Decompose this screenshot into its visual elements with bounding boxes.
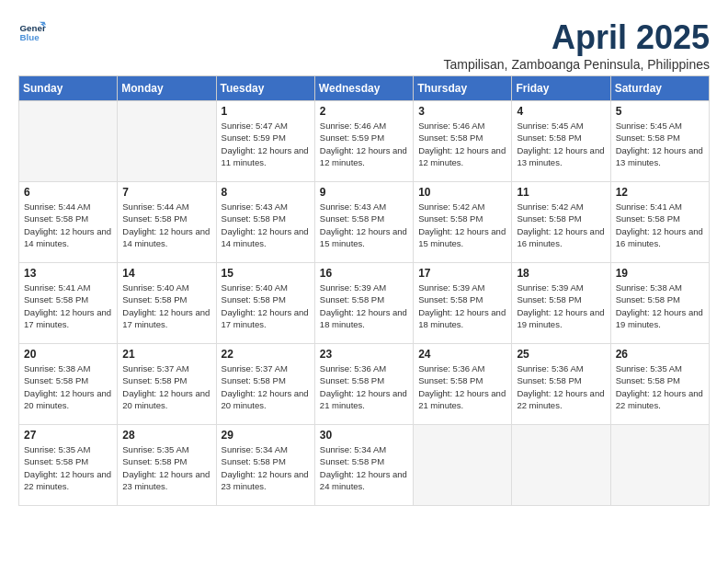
calendar-cell: 13Sunrise: 5:41 AM Sunset: 5:58 PM Dayli… xyxy=(19,263,118,344)
day-number: 16 xyxy=(320,267,408,280)
calendar-cell: 7Sunrise: 5:44 AM Sunset: 5:58 PM Daylig… xyxy=(118,182,216,263)
day-header-thursday: Thursday xyxy=(414,76,512,101)
calendar-cell: 26Sunrise: 5:35 AM Sunset: 5:58 PM Dayli… xyxy=(610,344,709,425)
logo: General Blue xyxy=(18,18,46,46)
day-number: 22 xyxy=(222,348,310,361)
calendar-header-row: SundayMondayTuesdayWednesdayThursdayFrid… xyxy=(19,76,710,101)
day-info: Sunrise: 5:35 AM Sunset: 5:58 PM Dayligh… xyxy=(616,362,704,411)
day-number: 28 xyxy=(122,429,210,442)
calendar-cell: 30Sunrise: 5:34 AM Sunset: 5:58 PM Dayli… xyxy=(314,425,413,506)
day-info: Sunrise: 5:36 AM Sunset: 5:58 PM Dayligh… xyxy=(418,362,506,411)
calendar-cell: 27Sunrise: 5:35 AM Sunset: 5:58 PM Dayli… xyxy=(19,425,118,506)
day-number: 23 xyxy=(320,348,408,361)
day-number: 15 xyxy=(222,267,310,280)
calendar-cell: 5Sunrise: 5:45 AM Sunset: 5:58 PM Daylig… xyxy=(610,101,709,182)
calendar-cell: 16Sunrise: 5:39 AM Sunset: 5:58 PM Dayli… xyxy=(314,263,413,344)
calendar-cell: 12Sunrise: 5:41 AM Sunset: 5:58 PM Dayli… xyxy=(610,182,709,263)
week-row-2: 6Sunrise: 5:44 AM Sunset: 5:58 PM Daylig… xyxy=(19,182,710,263)
calendar-cell: 28Sunrise: 5:35 AM Sunset: 5:58 PM Dayli… xyxy=(118,425,216,506)
calendar-cell: 23Sunrise: 5:36 AM Sunset: 5:58 PM Dayli… xyxy=(314,344,413,425)
day-info: Sunrise: 5:44 AM Sunset: 5:58 PM Dayligh… xyxy=(24,201,112,249)
calendar-cell: 29Sunrise: 5:34 AM Sunset: 5:58 PM Dayli… xyxy=(216,425,314,506)
logo-icon: General Blue xyxy=(18,18,46,46)
day-info: Sunrise: 5:41 AM Sunset: 5:58 PM Dayligh… xyxy=(616,201,704,249)
day-header-monday: Monday xyxy=(118,76,216,101)
day-number: 18 xyxy=(517,267,605,280)
calendar-cell: 1Sunrise: 5:47 AM Sunset: 5:59 PM Daylig… xyxy=(216,101,314,182)
calendar-cell: 8Sunrise: 5:43 AM Sunset: 5:58 PM Daylig… xyxy=(216,182,314,263)
day-info: Sunrise: 5:42 AM Sunset: 5:58 PM Dayligh… xyxy=(418,201,506,249)
day-number: 29 xyxy=(222,429,310,442)
calendar-table: SundayMondayTuesdayWednesdayThursdayFrid… xyxy=(18,75,710,506)
day-info: Sunrise: 5:34 AM Sunset: 5:58 PM Dayligh… xyxy=(320,443,408,492)
calendar-cell: 3Sunrise: 5:46 AM Sunset: 5:58 PM Daylig… xyxy=(414,101,512,182)
day-number: 27 xyxy=(24,429,112,442)
day-number: 20 xyxy=(24,348,112,361)
day-info: Sunrise: 5:39 AM Sunset: 5:58 PM Dayligh… xyxy=(418,282,506,330)
day-number: 10 xyxy=(418,186,506,199)
day-info: Sunrise: 5:44 AM Sunset: 5:58 PM Dayligh… xyxy=(122,201,210,249)
day-info: Sunrise: 5:43 AM Sunset: 5:58 PM Dayligh… xyxy=(222,201,310,249)
calendar-cell: 25Sunrise: 5:36 AM Sunset: 5:58 PM Dayli… xyxy=(512,344,610,425)
day-number: 6 xyxy=(24,186,112,199)
month-title: April 2025 xyxy=(443,18,710,57)
day-info: Sunrise: 5:39 AM Sunset: 5:58 PM Dayligh… xyxy=(517,282,605,330)
day-header-tuesday: Tuesday xyxy=(216,76,314,101)
day-info: Sunrise: 5:35 AM Sunset: 5:58 PM Dayligh… xyxy=(122,443,210,492)
day-number: 12 xyxy=(616,186,704,199)
calendar-cell: 21Sunrise: 5:37 AM Sunset: 5:58 PM Dayli… xyxy=(118,344,216,425)
day-info: Sunrise: 5:34 AM Sunset: 5:58 PM Dayligh… xyxy=(222,443,310,492)
day-info: Sunrise: 5:38 AM Sunset: 5:58 PM Dayligh… xyxy=(616,282,704,330)
day-header-saturday: Saturday xyxy=(610,76,709,101)
day-info: Sunrise: 5:41 AM Sunset: 5:58 PM Dayligh… xyxy=(24,282,112,330)
calendar-cell: 20Sunrise: 5:38 AM Sunset: 5:58 PM Dayli… xyxy=(19,344,118,425)
calendar-cell: 10Sunrise: 5:42 AM Sunset: 5:58 PM Dayli… xyxy=(414,182,512,263)
calendar-cell xyxy=(19,101,118,182)
title-section: April 2025 Tampilisan, Zamboanga Peninsu… xyxy=(443,18,710,72)
calendar-cell: 22Sunrise: 5:37 AM Sunset: 5:58 PM Dayli… xyxy=(216,344,314,425)
calendar-cell xyxy=(414,425,512,506)
day-number: 14 xyxy=(122,267,210,280)
calendar-cell: 24Sunrise: 5:36 AM Sunset: 5:58 PM Dayli… xyxy=(414,344,512,425)
day-info: Sunrise: 5:47 AM Sunset: 5:59 PM Dayligh… xyxy=(222,120,310,168)
svg-text:Blue: Blue xyxy=(20,32,40,42)
page-header: General Blue April 2025 Tampilisan, Zamb… xyxy=(18,18,710,72)
day-info: Sunrise: 5:45 AM Sunset: 5:58 PM Dayligh… xyxy=(616,120,704,168)
calendar-cell: 15Sunrise: 5:40 AM Sunset: 5:58 PM Dayli… xyxy=(216,263,314,344)
day-info: Sunrise: 5:43 AM Sunset: 5:58 PM Dayligh… xyxy=(320,201,408,249)
day-info: Sunrise: 5:46 AM Sunset: 5:59 PM Dayligh… xyxy=(320,120,408,168)
week-row-1: 1Sunrise: 5:47 AM Sunset: 5:59 PM Daylig… xyxy=(19,101,710,182)
calendar-cell: 18Sunrise: 5:39 AM Sunset: 5:58 PM Dayli… xyxy=(512,263,610,344)
day-number: 21 xyxy=(122,348,210,361)
day-info: Sunrise: 5:45 AM Sunset: 5:58 PM Dayligh… xyxy=(517,120,605,168)
day-number: 9 xyxy=(320,186,408,199)
day-number: 8 xyxy=(222,186,310,199)
day-header-friday: Friday xyxy=(512,76,610,101)
calendar-cell: 6Sunrise: 5:44 AM Sunset: 5:58 PM Daylig… xyxy=(19,182,118,263)
day-number: 13 xyxy=(24,267,112,280)
day-number: 4 xyxy=(517,105,605,118)
day-info: Sunrise: 5:35 AM Sunset: 5:58 PM Dayligh… xyxy=(24,443,112,492)
day-info: Sunrise: 5:40 AM Sunset: 5:58 PM Dayligh… xyxy=(222,282,310,330)
day-number: 25 xyxy=(517,348,605,361)
calendar-cell: 17Sunrise: 5:39 AM Sunset: 5:58 PM Dayli… xyxy=(414,263,512,344)
day-info: Sunrise: 5:36 AM Sunset: 5:58 PM Dayligh… xyxy=(517,362,605,411)
day-number: 19 xyxy=(616,267,704,280)
day-header-sunday: Sunday xyxy=(19,76,118,101)
calendar-cell: 9Sunrise: 5:43 AM Sunset: 5:58 PM Daylig… xyxy=(314,182,413,263)
calendar-cell: 19Sunrise: 5:38 AM Sunset: 5:58 PM Dayli… xyxy=(610,263,709,344)
day-info: Sunrise: 5:37 AM Sunset: 5:58 PM Dayligh… xyxy=(222,362,310,411)
day-info: Sunrise: 5:46 AM Sunset: 5:58 PM Dayligh… xyxy=(418,120,506,168)
day-number: 11 xyxy=(517,186,605,199)
calendar-cell: 14Sunrise: 5:40 AM Sunset: 5:58 PM Dayli… xyxy=(118,263,216,344)
day-number: 24 xyxy=(418,348,506,361)
day-info: Sunrise: 5:39 AM Sunset: 5:58 PM Dayligh… xyxy=(320,282,408,330)
week-row-3: 13Sunrise: 5:41 AM Sunset: 5:58 PM Dayli… xyxy=(19,263,710,344)
day-info: Sunrise: 5:37 AM Sunset: 5:58 PM Dayligh… xyxy=(122,362,210,411)
day-number: 2 xyxy=(320,105,408,118)
day-info: Sunrise: 5:36 AM Sunset: 5:58 PM Dayligh… xyxy=(320,362,408,411)
day-number: 17 xyxy=(418,267,506,280)
location-subtitle: Tampilisan, Zamboanga Peninsula, Philipp… xyxy=(443,57,710,72)
calendar-cell: 4Sunrise: 5:45 AM Sunset: 5:58 PM Daylig… xyxy=(512,101,610,182)
week-row-5: 27Sunrise: 5:35 AM Sunset: 5:58 PM Dayli… xyxy=(19,425,710,506)
